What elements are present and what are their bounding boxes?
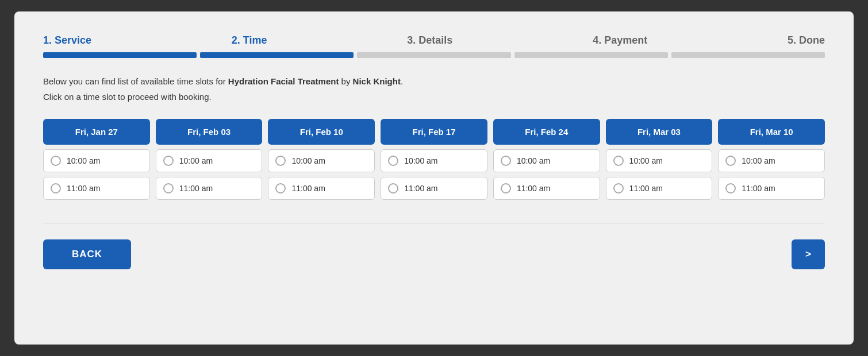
time-slot[interactable]: 10:00 am — [493, 149, 600, 172]
radio-circle — [613, 156, 624, 166]
booking-container: 1. Service2. Time3. Details4. Payment5. … — [14, 11, 854, 345]
day-column: Fri, Feb 1010:00 am11:00 am — [268, 119, 375, 200]
step-label: 5. Done — [788, 34, 825, 47]
time-slot[interactable]: 10:00 am — [606, 149, 713, 172]
progress-bar — [514, 52, 668, 58]
time-slot[interactable]: 11:00 am — [606, 177, 713, 200]
radio-circle — [725, 183, 736, 194]
radio-circle — [51, 156, 61, 166]
radio-circle — [51, 183, 61, 194]
radio-circle — [388, 183, 398, 194]
time-label: 10:00 am — [517, 156, 550, 165]
radio-circle — [388, 156, 398, 166]
time-slot[interactable]: 10:00 am — [156, 149, 263, 172]
day-header: Fri, Jan 27 — [43, 119, 150, 145]
time-slot[interactable]: 10:00 am — [718, 149, 825, 172]
time-slot[interactable]: 11:00 am — [43, 177, 150, 200]
time-label: 10:00 am — [67, 156, 100, 165]
time-slot[interactable]: 11:00 am — [268, 177, 375, 200]
progress-bar — [43, 52, 197, 58]
time-label: 10:00 am — [291, 156, 325, 165]
time-label: 11:00 am — [517, 184, 550, 193]
time-label: 11:00 am — [742, 184, 775, 193]
time-slot[interactable]: 11:00 am — [156, 177, 263, 200]
day-column: Fri, Mar 0310:00 am11:00 am — [606, 119, 713, 200]
step-label: 3. Details — [407, 34, 452, 47]
time-label: 11:00 am — [179, 184, 213, 193]
time-slot[interactable]: 10:00 am — [43, 149, 150, 172]
sub-description: Click on a time slot to proceed with boo… — [43, 92, 825, 102]
description-text: Below you can find list of available tim… — [43, 75, 825, 88]
time-label: 11:00 am — [404, 184, 437, 193]
time-label: 10:00 am — [179, 156, 213, 165]
day-header: Fri, Feb 24 — [493, 119, 600, 145]
calendar-grid: Fri, Jan 2710:00 am11:00 amFri, Feb 0310… — [43, 119, 825, 200]
day-header: Fri, Feb 10 — [268, 119, 375, 145]
time-slot[interactable]: 11:00 am — [381, 177, 487, 200]
back-button[interactable]: BACK — [43, 239, 131, 269]
day-column: Fri, Feb 2410:00 am11:00 am — [493, 119, 600, 200]
radio-circle — [275, 183, 286, 194]
day-column: Fri, Mar 1010:00 am11:00 am — [718, 119, 825, 200]
day-header: Fri, Feb 03 — [156, 119, 263, 145]
radio-circle — [163, 156, 174, 166]
time-label: 10:00 am — [404, 156, 437, 165]
footer-buttons: BACK > — [43, 239, 825, 269]
step-label: 2. Time — [232, 34, 267, 47]
radio-circle — [613, 183, 624, 194]
progress-bar — [357, 52, 510, 58]
time-label: 11:00 am — [629, 184, 663, 193]
radio-circle — [501, 183, 511, 194]
progress-bar — [671, 52, 825, 58]
time-slot[interactable]: 10:00 am — [268, 149, 375, 172]
step-label: 1. Service — [43, 34, 91, 47]
time-label: 11:00 am — [67, 184, 100, 193]
radio-circle — [275, 156, 286, 166]
day-column: Fri, Feb 0310:00 am11:00 am — [156, 119, 263, 200]
day-column: Fri, Feb 1710:00 am11:00 am — [381, 119, 487, 200]
day-column: Fri, Jan 2710:00 am11:00 am — [43, 119, 150, 200]
step-label: 4. Payment — [593, 34, 647, 47]
time-slot[interactable]: 11:00 am — [493, 177, 600, 200]
day-header: Fri, Mar 03 — [606, 119, 713, 145]
radio-circle — [501, 156, 511, 166]
time-slot[interactable]: 11:00 am — [718, 177, 825, 200]
divider — [43, 223, 825, 223]
steps-header: 1. Service2. Time3. Details4. Payment5. … — [43, 34, 825, 47]
radio-circle — [725, 156, 736, 166]
radio-circle — [163, 183, 174, 194]
time-label: 10:00 am — [742, 156, 775, 165]
day-header: Fri, Feb 17 — [381, 119, 487, 145]
time-slot[interactable]: 10:00 am — [381, 149, 487, 172]
day-header: Fri, Mar 10 — [718, 119, 825, 145]
next-button[interactable]: > — [792, 239, 825, 269]
time-label: 11:00 am — [291, 184, 325, 193]
progress-bar — [200, 52, 354, 58]
time-label: 10:00 am — [629, 156, 663, 165]
progress-bars — [43, 52, 825, 58]
